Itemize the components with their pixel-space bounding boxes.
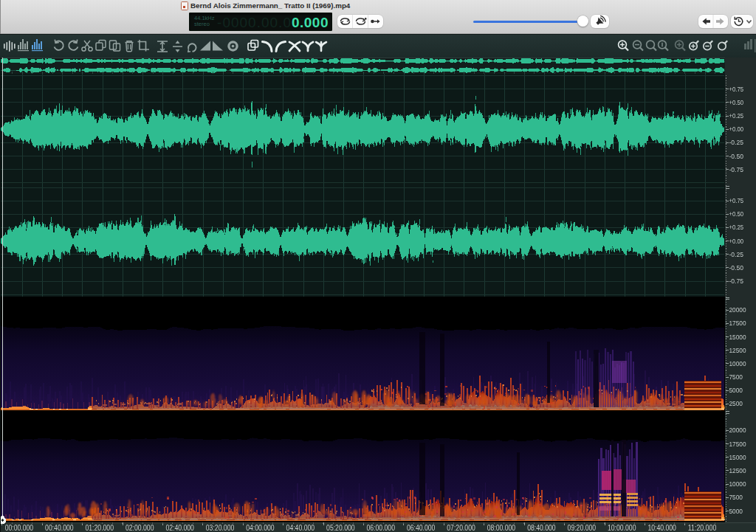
svg-text:04:40.000: 04:40.000 xyxy=(286,524,315,532)
svg-text:10000: 10000 xyxy=(729,480,746,488)
svg-text:5000: 5000 xyxy=(729,508,743,515)
svg-text:+0.75: +0.75 xyxy=(729,197,744,204)
svg-text:10:00.000: 10:00.000 xyxy=(608,524,636,532)
svg-text:05:20.000: 05:20.000 xyxy=(326,524,355,532)
svg-text:-0.50: -0.50 xyxy=(729,153,744,160)
svg-text:7500: 7500 xyxy=(729,373,743,381)
svg-text:12500: 12500 xyxy=(729,347,746,354)
svg-text:+0.00: +0.00 xyxy=(729,125,744,133)
svg-text:09:20.000: 09:20.000 xyxy=(568,524,597,532)
svg-text:03:20.000: 03:20.000 xyxy=(206,524,235,532)
svg-text:-0.50: -0.50 xyxy=(729,264,744,272)
svg-text:2500: 2500 xyxy=(729,400,743,407)
svg-text:20000: 20000 xyxy=(729,426,746,434)
svg-text:5000: 5000 xyxy=(729,387,743,394)
svg-text:+0.25: +0.25 xyxy=(729,224,744,231)
svg-text:08:40.000: 08:40.000 xyxy=(527,524,556,532)
svg-text:10:40.000: 10:40.000 xyxy=(647,524,676,532)
svg-text:10000: 10000 xyxy=(729,360,746,367)
svg-text:+0.50: +0.50 xyxy=(729,210,744,218)
svg-text:11:20.000: 11:20.000 xyxy=(688,524,717,532)
svg-text:-0.75: -0.75 xyxy=(729,166,744,173)
svg-text:02:40.000: 02:40.000 xyxy=(165,524,194,532)
svg-text:07:20.000: 07:20.000 xyxy=(447,524,475,532)
svg-text:08:00.000: 08:00.000 xyxy=(487,524,516,532)
svg-text:+0.50: +0.50 xyxy=(729,99,744,106)
svg-text:00:00.000: 00:00.000 xyxy=(5,524,34,532)
svg-text:-0.75: -0.75 xyxy=(729,277,744,285)
svg-text:7500: 7500 xyxy=(729,494,743,501)
svg-text:01:20.000: 01:20.000 xyxy=(86,524,114,532)
svg-text:15000: 15000 xyxy=(729,454,746,461)
svg-text:17500: 17500 xyxy=(729,441,746,448)
svg-text:04:00.000: 04:00.000 xyxy=(246,524,275,532)
svg-text:-0.25: -0.25 xyxy=(729,251,744,258)
svg-text:+0.00: +0.00 xyxy=(729,238,744,245)
svg-text:20000: 20000 xyxy=(729,306,746,314)
svg-text:00:40.000: 00:40.000 xyxy=(45,524,74,532)
svg-text:15000: 15000 xyxy=(729,334,746,341)
svg-text:02:00.000: 02:00.000 xyxy=(126,524,154,532)
svg-text:12500: 12500 xyxy=(729,467,746,474)
svg-text:06:40.000: 06:40.000 xyxy=(407,524,436,532)
svg-text:+0.75: +0.75 xyxy=(729,86,744,93)
svg-text:17500: 17500 xyxy=(729,319,746,327)
svg-text:06:00.000: 06:00.000 xyxy=(367,524,396,532)
svg-text:+0.25: +0.25 xyxy=(729,112,744,120)
svg-text:-0.25: -0.25 xyxy=(729,139,744,146)
